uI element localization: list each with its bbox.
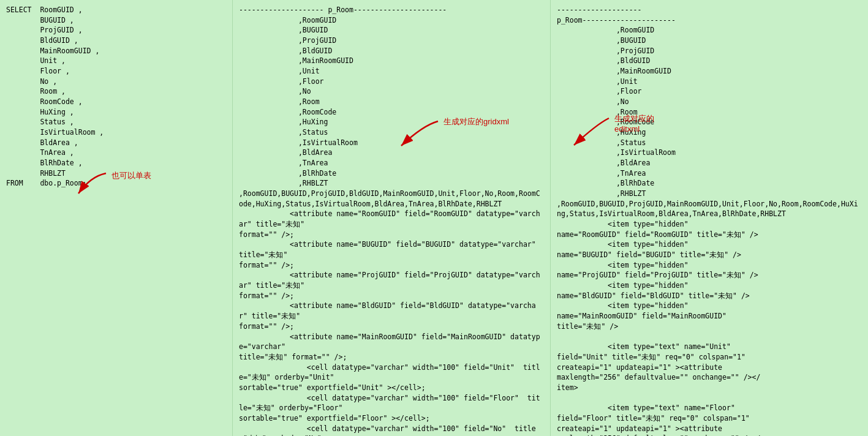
- arrow-icon-3: [563, 113, 612, 153]
- annotation-text-3: 生成对应的 editxml: [614, 113, 654, 133]
- arrow-icon-1: [72, 170, 109, 201]
- annotation-text-1: 也可以单表: [111, 170, 151, 181]
- editxml-content: -------------------- p_Room-------------…: [557, 5, 862, 436]
- annotation-3: 生成对应的 editxml: [563, 113, 654, 153]
- annotation-2: 生成对应的gridxml: [392, 116, 509, 153]
- gridxml-content: -------------------- p_Room-------------…: [239, 5, 544, 436]
- panel-gridxml: -------------------- p_Room-------------…: [233, 0, 551, 436]
- panel-sql: SELECT RoomGUID , BUGUID , ProjGUID , Bl…: [0, 0, 233, 436]
- annotation-1: 也可以单表: [72, 170, 151, 201]
- main-container: SELECT RoomGUID , BUGUID , ProjGUID , Bl…: [0, 0, 868, 436]
- arrow-icon-2: [392, 116, 441, 153]
- sql-content: SELECT RoomGUID , BUGUID , ProjGUID , Bl…: [6, 5, 226, 189]
- panel-editxml: -------------------- p_Room-------------…: [551, 0, 868, 436]
- annotation-text-2: 生成对应的gridxml: [443, 116, 509, 127]
